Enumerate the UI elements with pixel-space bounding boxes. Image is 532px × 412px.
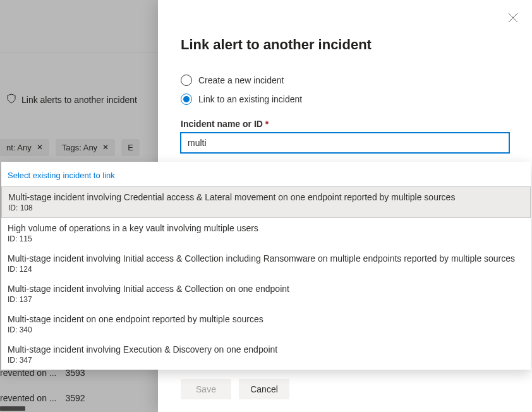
dropdown-item-id: ID: 137 [8, 295, 524, 304]
dropdown-item-id: ID: 340 [8, 325, 524, 334]
radio-label: Create a new incident [198, 75, 284, 85]
incident-dropdown: Select existing incident to link Multi-s… [1, 162, 531, 370]
dropdown-item-title: Multi-stage incident involving Execution… [8, 344, 524, 354]
dropdown-item-id: ID: 115 [8, 234, 524, 243]
radio-link-existing[interactable]: Link to an existing incident [181, 94, 532, 105]
dropdown-item-title: Multi-stage incident involving Initial a… [8, 253, 524, 264]
dropdown-item[interactable]: Multi-stage incident involving Initial a… [1, 248, 531, 279]
dropdown-item-title: Multi-stage incident on one endpoint rep… [8, 314, 524, 324]
dropdown-item-id: ID: 124 [8, 265, 524, 274]
save-button[interactable]: Save [181, 379, 231, 399]
dropdown-item-title: Multi-stage incident involving Initial a… [8, 284, 524, 294]
incident-input[interactable] [181, 133, 509, 153]
panel-title: Link alert to another incident [181, 37, 532, 53]
radio-label: Link to an existing incident [198, 94, 302, 104]
dropdown-item-id: ID: 347 [8, 356, 524, 365]
dropdown-item[interactable]: Multi-stage incident involving Credentia… [1, 186, 531, 218]
radio-create-new[interactable]: Create a new incident [181, 75, 532, 86]
panel-footer: Save Cancel [181, 379, 289, 399]
radio-icon [181, 94, 192, 105]
radio-icon [181, 75, 192, 86]
dropdown-item[interactable]: Multi-stage incident involving Execution… [1, 339, 531, 370]
incident-field-label: Incident name or ID * [181, 119, 532, 129]
required-mark: * [265, 119, 269, 129]
radio-group: Create a new incident Link to an existin… [181, 75, 532, 105]
dropdown-item[interactable]: Multi-stage incident on one endpoint rep… [1, 309, 531, 339]
dropdown-item[interactable]: Multi-stage incident involving Initial a… [1, 279, 531, 309]
dropdown-item-title: High volume of operations in a key vault… [8, 223, 524, 233]
cancel-button[interactable]: Cancel [239, 379, 289, 399]
dropdown-header: Select existing incident to link [1, 162, 531, 186]
dropdown-item[interactable]: High volume of operations in a key vault… [1, 218, 531, 248]
close-icon[interactable] [508, 13, 519, 24]
dropdown-item-id: ID: 108 [8, 203, 524, 212]
dropdown-item-title: Multi-stage incident involving Credentia… [8, 192, 524, 202]
